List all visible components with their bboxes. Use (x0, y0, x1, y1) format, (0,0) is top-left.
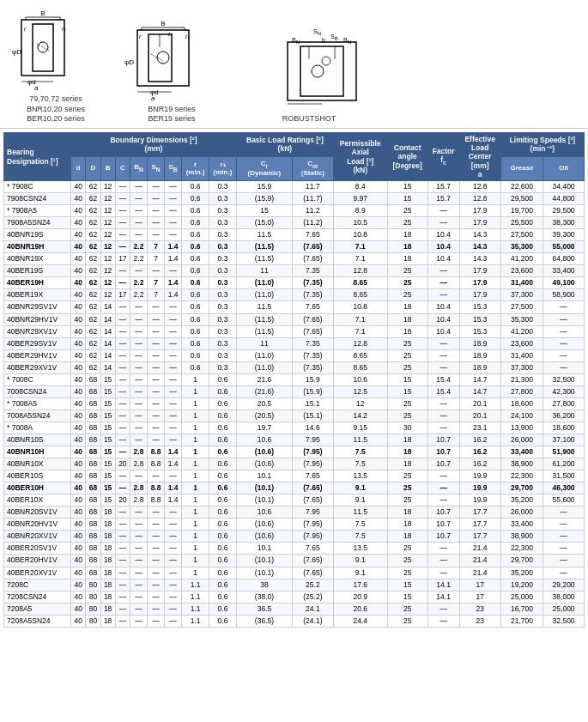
data-cell: 14 (100, 337, 115, 349)
data-cell: 62 (86, 193, 100, 205)
data-cell: — (130, 337, 147, 349)
data-cell: — (148, 531, 165, 543)
bearing-name-cell: 40BER29HV1V (4, 349, 71, 361)
data-cell: 10.7 (427, 519, 459, 531)
data-cell: 0.6 (182, 301, 209, 313)
data-cell: — (165, 422, 182, 434)
data-cell: — (130, 361, 147, 373)
data-cell: 10.1 (236, 543, 292, 555)
data-cell: 7 (148, 253, 165, 265)
data-cell: 0.6 (182, 193, 209, 205)
data-cell: — (427, 603, 459, 615)
data-cell: 15.4 (427, 373, 459, 385)
table-row: 7208C408018————1.10.63825.217.61514.1171… (4, 579, 585, 591)
diagram-2-label: BNR19 seriesBER19 series (120, 105, 223, 124)
bearing-diagram-1: B r r₁ φD φd a (9, 7, 103, 93)
data-cell: 0.6 (209, 470, 237, 482)
data-cell: (7.65) (292, 313, 333, 325)
svg-rect-37 (300, 46, 343, 96)
data-cell: (11.7) (292, 193, 333, 205)
data-cell: 10.6 (333, 373, 387, 385)
table-row: * 7008A5406815————10.620.515.11225—20.11… (4, 397, 585, 410)
data-cell: 25 (387, 289, 427, 301)
data-cell: 0.3 (209, 325, 237, 337)
data-cell: 7.1 (333, 325, 387, 337)
bearing-name-cell: 7008A5SN24 (4, 410, 71, 422)
data-cell: 36,200 (543, 410, 585, 422)
bearing-name-cell: 7908A5SN24 (4, 217, 71, 229)
data-cell: 24,100 (500, 410, 543, 422)
data-cell: 7.65 (292, 543, 333, 555)
data-cell: 2.2 (130, 289, 147, 301)
table-row: * 7908A5406212————0.60.31511.28.925—17.9… (4, 205, 585, 217)
data-cell: 25 (387, 349, 427, 361)
data-cell: — (115, 265, 130, 277)
data-cell: — (543, 325, 585, 337)
data-cell: — (427, 422, 459, 434)
svg-text:a: a (151, 94, 155, 102)
data-cell: 25 (387, 482, 427, 494)
data-cell: 40 (71, 591, 86, 603)
data-cell: 1 (182, 507, 209, 519)
data-cell: — (115, 205, 130, 217)
data-cell: 27,800 (543, 397, 585, 410)
col-oil: Oil (543, 156, 585, 180)
col-C: C (115, 156, 130, 180)
data-cell: — (115, 277, 130, 289)
data-cell: 18 (387, 434, 427, 446)
data-cell: (38.0) (236, 591, 292, 603)
data-cell: 68 (86, 470, 100, 482)
svg-rect-22 (137, 30, 189, 86)
data-cell: 18,600 (500, 397, 543, 410)
table-row: 7908CSN24406212————0.60.3(15.9)(11.7)9.9… (4, 193, 585, 205)
data-cell: 10.5 (333, 217, 387, 229)
data-cell: — (148, 385, 165, 397)
data-cell: 38,000 (543, 591, 585, 603)
svg-text:a: a (34, 84, 39, 92)
data-cell: 21,300 (500, 373, 543, 385)
data-cell: 40 (71, 313, 86, 325)
data-cell: 62 (86, 205, 100, 217)
data-cell: 14.7 (459, 385, 500, 397)
data-cell: 12.8 (333, 337, 387, 349)
data-cell: 0.6 (209, 579, 237, 591)
data-cell: 10.7 (427, 458, 459, 470)
table-row: 7208A5SN24408018————1.10.6(36.5)(24.1)24… (4, 615, 585, 627)
data-cell: 68 (86, 422, 100, 434)
data-cell: 19.9 (459, 470, 500, 482)
data-cell: 40 (71, 385, 86, 397)
bearing-name-cell: 7208CSN24 (4, 591, 71, 603)
data-cell: — (148, 603, 165, 615)
data-cell: (10.1) (236, 494, 292, 507)
col-load-center: EffectiveLoadCenter[mm]a (459, 133, 500, 181)
data-cell: 7.65 (292, 229, 333, 241)
data-cell: — (115, 555, 130, 567)
data-cell: — (165, 205, 182, 217)
bearing-name-cell: 40BNR29XV1V (4, 325, 71, 337)
data-cell: 8.65 (333, 349, 387, 361)
data-cell: 15 (100, 494, 115, 507)
svg-point-40 (312, 65, 324, 77)
data-cell: 62 (86, 265, 100, 277)
data-cell: 17.9 (459, 205, 500, 217)
data-cell: 14 (100, 349, 115, 361)
data-cell: — (148, 507, 165, 519)
data-cell: — (130, 229, 147, 241)
data-cell: 15 (236, 205, 292, 217)
data-cell: 40 (71, 373, 86, 385)
data-cell: 40 (71, 289, 86, 301)
data-cell: — (165, 193, 182, 205)
data-cell: (10.6) (236, 446, 292, 458)
data-cell: — (115, 579, 130, 591)
data-cell: 29,500 (500, 193, 543, 205)
data-cell: (20.5) (236, 410, 292, 422)
data-cell: 15 (100, 482, 115, 494)
data-cell: 68 (86, 482, 100, 494)
data-cell: 62 (86, 301, 100, 313)
data-cell: 62 (86, 325, 100, 337)
data-cell: 21.4 (459, 567, 500, 579)
table-row: 40BER19H406212—2.271.40.60.3(11.0)(7.35)… (4, 277, 585, 289)
bearing-name-cell: 40BER19X (4, 289, 71, 301)
data-cell: — (115, 603, 130, 615)
data-cell: 40 (71, 507, 86, 519)
